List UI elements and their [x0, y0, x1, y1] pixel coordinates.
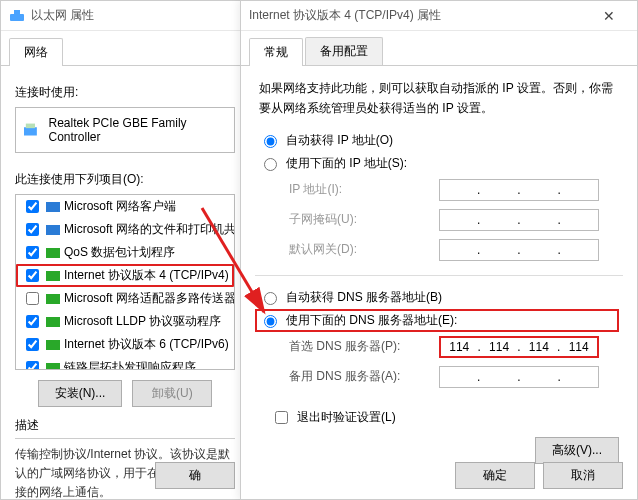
list-item[interactable]: Microsoft 网络适配器多路传送器协议: [16, 287, 234, 310]
radio-auto-ip-label: 自动获得 IP 地址(O): [286, 132, 393, 149]
item-label: 链路层拓扑发现响应程序: [64, 359, 196, 370]
item-checkbox[interactable]: [26, 223, 39, 236]
mask-label: 子网掩码(U):: [289, 211, 439, 228]
protocol-icon: [46, 315, 60, 329]
ipv4-properties-window: Internet 协议版本 4 (TCP/IPv4) 属性 ✕ 常规 备用配置 …: [240, 0, 638, 500]
list-item[interactable]: Microsoft 网络的文件和打印机共享: [16, 218, 234, 241]
dns2-input[interactable]: ...: [439, 366, 599, 388]
ip-segment[interactable]: 114: [483, 340, 515, 354]
nic-icon: [24, 123, 41, 137]
radio-auto-ip[interactable]: [264, 135, 277, 148]
adapter-box: Realtek PCIe GBE Family Controller: [15, 107, 235, 153]
ip-label: IP 地址(I):: [289, 181, 439, 198]
item-label: Internet 协议版本 6 (TCP/IPv6): [64, 336, 229, 353]
item-label: QoS 数据包计划程序: [64, 244, 175, 261]
item-checkbox[interactable]: [26, 338, 39, 351]
ip-segment[interactable]: 114: [443, 340, 475, 354]
dns2-label: 备用 DNS 服务器(A):: [289, 368, 439, 385]
mask-input: ...: [439, 209, 599, 231]
svg-rect-8: [46, 294, 60, 304]
svg-rect-3: [26, 124, 35, 129]
svg-rect-6: [46, 248, 60, 258]
list-item[interactable]: Microsoft LLDP 协议驱动程序: [16, 310, 234, 333]
svg-rect-11: [46, 363, 60, 371]
svg-rect-9: [46, 317, 60, 327]
ip-input: ...: [439, 179, 599, 201]
gateway-label: 默认网关(D):: [289, 241, 439, 258]
install-button[interactable]: 安装(N)...: [38, 380, 123, 407]
item-checkbox[interactable]: [26, 361, 39, 370]
list-item[interactable]: 链路层拓扑发现响应程序: [16, 356, 234, 370]
description-label: 描述: [15, 417, 235, 434]
item-label: Microsoft 网络客户端: [64, 198, 176, 215]
svg-rect-2: [24, 127, 37, 135]
window-title: Internet 协议版本 4 (TCP/IPv4) 属性: [249, 7, 589, 24]
list-item[interactable]: Internet 协议版本 6 (TCP/IPv6): [16, 333, 234, 356]
dns1-input[interactable]: 114.114.114.114: [439, 336, 599, 358]
ethernet-icon: [9, 8, 25, 24]
validate-checkbox[interactable]: [275, 411, 288, 424]
gateway-input: ...: [439, 239, 599, 261]
item-label: Internet 协议版本 4 (TCP/IPv4): [64, 267, 229, 284]
list-item[interactable]: Microsoft 网络客户端: [16, 195, 234, 218]
item-checkbox[interactable]: [26, 269, 39, 282]
protocol-icon: [46, 223, 60, 237]
svg-rect-4: [46, 202, 60, 212]
protocol-icon: [46, 338, 60, 352]
dns1-label: 首选 DNS 服务器(P):: [289, 338, 439, 355]
protocol-icon: [46, 361, 60, 371]
validate-label: 退出时验证设置(L): [297, 409, 396, 426]
tab-general[interactable]: 常规: [249, 38, 303, 66]
protocol-icon: [46, 246, 60, 260]
radio-manual-dns-label: 使用下面的 DNS 服务器地址(E):: [286, 312, 457, 329]
svg-rect-1: [14, 10, 20, 15]
tab-network[interactable]: 网络: [9, 38, 63, 66]
ip-segment[interactable]: 114: [563, 340, 595, 354]
list-item[interactable]: Internet 协议版本 4 (TCP/IPv4): [16, 264, 234, 287]
tab-alt-config[interactable]: 备用配置: [305, 37, 383, 65]
radio-manual-ip-label: 使用下面的 IP 地址(S):: [286, 155, 407, 172]
protocol-icon: [46, 269, 60, 283]
item-label: Microsoft LLDP 协议驱动程序: [64, 313, 221, 330]
protocol-icon: [46, 200, 60, 214]
radio-manual-dns[interactable]: [264, 315, 277, 328]
advanced-button[interactable]: 高级(V)...: [535, 437, 619, 464]
item-label: Microsoft 网络适配器多路传送器协议: [64, 290, 235, 307]
titlebar: Internet 协议版本 4 (TCP/IPv4) 属性 ✕: [241, 1, 637, 31]
item-checkbox[interactable]: [26, 246, 39, 259]
ok-button[interactable]: 确: [155, 462, 235, 489]
tab-bar: 常规 备用配置: [241, 31, 637, 66]
protocol-list[interactable]: Microsoft 网络客户端Microsoft 网络的文件和打印机共享QoS …: [15, 194, 235, 370]
svg-rect-0: [10, 14, 24, 21]
item-checkbox[interactable]: [26, 315, 39, 328]
items-label: 此连接使用下列项目(O):: [15, 171, 235, 188]
help-text: 如果网络支持此功能，则可以获取自动指派的 IP 设置。否则，你需要从网络系统管理…: [241, 66, 637, 123]
close-icon[interactable]: ✕: [589, 8, 629, 24]
adapter-name: Realtek PCIe GBE Family Controller: [49, 116, 226, 144]
radio-auto-dns-label: 自动获得 DNS 服务器地址(B): [286, 289, 442, 306]
ip-segment[interactable]: 114: [523, 340, 555, 354]
ok-button[interactable]: 确定: [455, 462, 535, 489]
list-item[interactable]: QoS 数据包计划程序: [16, 241, 234, 264]
radio-auto-dns[interactable]: [264, 292, 277, 305]
cancel-button[interactable]: 取消: [543, 462, 623, 489]
ethernet-properties-window: 以太网 属性 网络 连接时使用: Realtek PCIe GBE Family…: [0, 0, 250, 500]
titlebar: 以太网 属性: [1, 1, 249, 31]
svg-rect-10: [46, 340, 60, 350]
svg-rect-7: [46, 271, 60, 281]
item-checkbox[interactable]: [26, 292, 39, 305]
connect-label: 连接时使用:: [15, 84, 235, 101]
radio-manual-ip[interactable]: [264, 158, 277, 171]
tab-bar: 网络: [1, 31, 249, 66]
item-checkbox[interactable]: [26, 200, 39, 213]
item-label: Microsoft 网络的文件和打印机共享: [64, 221, 235, 238]
svg-rect-5: [46, 225, 60, 235]
window-title: 以太网 属性: [31, 7, 241, 24]
protocol-icon: [46, 292, 60, 306]
uninstall-button: 卸载(U): [132, 380, 212, 407]
